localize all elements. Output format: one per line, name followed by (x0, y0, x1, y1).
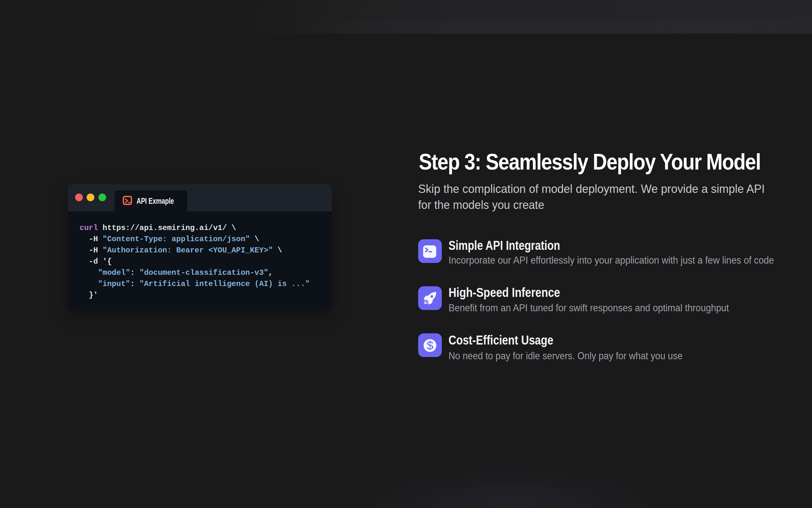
svg-text:$: $ (427, 339, 433, 352)
